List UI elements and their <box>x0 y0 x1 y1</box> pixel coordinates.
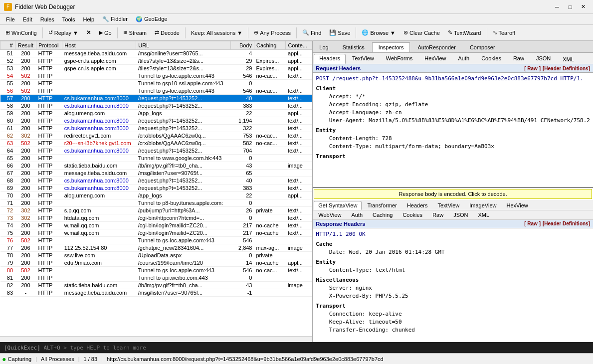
resp-tab-imageview[interactable]: ImageView <box>465 201 501 210</box>
table-row[interactable]: 69 200 HTTP cs.bukamanhua.com:8000 /requ… <box>0 184 312 192</box>
resp-tab-cookies[interactable]: Cookies <box>398 210 427 219</box>
table-row[interactable]: 55 200 HTTP Tunnel to gsp10-ssl.apple.co… <box>0 80 312 87</box>
subtab-hexview[interactable]: HexView <box>419 54 451 64</box>
encode-notice[interactable]: Response body is encoded. Click to decod… <box>314 189 592 199</box>
resp-tab-caching[interactable]: Caching <box>368 210 397 219</box>
table-row[interactable]: 66 200 HTTP static.tieba.baidu.com /tb/i… <box>0 162 312 170</box>
response-raw-link[interactable]: [ Raw ] <box>524 221 541 226</box>
resp-tab-hexview[interactable]: HexView <box>502 201 533 210</box>
tab-autoresponder[interactable]: AutoResponder <box>411 42 462 52</box>
subtab-cookies[interactable]: Cookies <box>476 54 507 64</box>
save-button[interactable]: 💾 Save <box>326 26 354 39</box>
tab-statistics[interactable]: Statistics <box>336 42 371 52</box>
col-header-body[interactable]: Body <box>231 41 254 50</box>
col-header-protocol[interactable]: Protocol <box>36 41 62 50</box>
tearoff-button[interactable]: ⤡ Tearoff <box>489 26 519 39</box>
menu-rules[interactable]: Rules <box>36 15 58 23</box>
table-row[interactable]: 53 200 HTTP gspe-cn.ls.apple.com /tiles?… <box>0 65 312 72</box>
minimize-button[interactable]: ─ <box>551 2 563 11</box>
stream-button[interactable]: ≋ Stream <box>120 26 150 39</box>
menu-file[interactable]: File <box>2 15 19 23</box>
table-row[interactable]: 65 200 HTTP Tunnel to www.google.com.hk:… <box>0 155 312 162</box>
clear-cache-button[interactable]: ⊗ Clear Cache <box>400 26 443 39</box>
subtab-auth[interactable]: Auth <box>453 54 475 64</box>
table-row[interactable]: 59 200 HTTP alog.umeng.com /app_logs 22 … <box>0 110 312 117</box>
response-header-def-link[interactable]: [Header Definitions] <box>543 221 590 226</box>
table-row[interactable]: 67 200 HTTP message.tieba.baidu.com /msg… <box>0 170 312 177</box>
table-row[interactable]: 73 302 HTTP htdata.qq.com /cgi-bin/httpc… <box>0 214 312 222</box>
table-row[interactable]: 57 200 HTTP cs.bukamanhua.com:8000 /requ… <box>0 95 312 102</box>
request-header-def-link[interactable]: [Header Definitions] <box>543 66 590 71</box>
table-row[interactable]: 70 200 HTTP alog.umeng.com /app_logs 22 … <box>0 192 312 199</box>
textwizard-button[interactable]: ✎ TextWizard <box>444 26 484 39</box>
subtab-webforms[interactable]: WebForms <box>381 54 418 64</box>
col-header-host[interactable]: Host <box>62 41 136 50</box>
keep-button[interactable]: Keep: All sessions ▼ <box>188 26 246 39</box>
table-row[interactable]: 51 200 HTTP message.tieba.baidu.com /msg… <box>0 50 312 57</box>
subtab-headers[interactable]: Headers <box>314 54 346 64</box>
cell-caching <box>254 214 285 222</box>
table-row[interactable]: 62 302 HTTP redirector.gvt1.com /crx/blo… <box>0 132 312 140</box>
menu-edit[interactable]: Edit <box>19 15 36 23</box>
table-row[interactable]: 63 502 HTTP r20---sn-i3b7knek.gvt1.com /… <box>0 140 312 147</box>
tab-composer[interactable]: Composer <box>463 42 502 52</box>
table-row[interactable]: 74 200 HTTP w.mail.qq.com /cgi-bin/login… <box>0 222 312 229</box>
table-row[interactable]: 82 200 HTTP static.tieba.baidu.com /tb/i… <box>0 282 312 289</box>
winconfig-button[interactable]: ⊞ WinConfig <box>2 26 40 39</box>
col-header-caching[interactable]: Caching <box>254 41 285 50</box>
subtab-textview[interactable]: TextView <box>347 54 380 64</box>
resp-tab-transformer[interactable]: Transformer <box>363 201 401 210</box>
table-row[interactable]: 75 200 HTTP w.mail.qq.com /cgi-bin/login… <box>0 229 312 237</box>
table-row[interactable]: 72 302 HTTP s.p.qq.com /pub/jump?url=htt… <box>0 207 312 214</box>
request-raw-link[interactable]: [ Raw ] <box>524 66 541 71</box>
horizontal-scrollbar[interactable] <box>0 336 312 342</box>
menu-tools[interactable]: Tools <box>58 15 79 23</box>
resp-tab-getsyntax[interactable]: Get SyntaxView <box>314 201 362 210</box>
table-row[interactable]: 60 200 HTTP cs.bukamanhua.com:8000 /requ… <box>0 117 312 125</box>
resp-tab-textview[interactable]: TextView <box>433 201 464 210</box>
table-row[interactable]: 64 200 HTTP cs.bukamanhua.com:8000 /requ… <box>0 147 312 155</box>
menu-geoedge[interactable]: 🌍 GeoEdge <box>132 15 172 23</box>
table-row[interactable]: 58 200 HTTP cs.bukamanhua.com:8000 /requ… <box>0 102 312 110</box>
decode-button[interactable]: ⇄ Decode <box>151 26 183 39</box>
any-process-button[interactable]: ⊕ Any Process <box>250 26 294 39</box>
table-row[interactable]: 80 502 HTTP Tunnel to gs-loc.apple.com:4… <box>0 267 312 274</box>
col-header-num[interactable]: # <box>0 41 15 50</box>
table-row[interactable]: 77 206 HTTP 112.25.52.154:80 /gchatpic_n… <box>0 244 312 252</box>
remove-button[interactable]: ✕ <box>83 26 94 39</box>
table-row[interactable]: 71 200 HTTP Tunnel to p8-buy.itunes.appl… <box>0 199 312 207</box>
col-header-content[interactable]: Conte... <box>286 41 312 50</box>
col-header-url[interactable]: URL <box>136 41 231 50</box>
subtab-xml[interactable]: XML <box>557 55 580 64</box>
table-row[interactable]: 78 200 HTTP ssw.live.com /UploadData.asp… <box>0 252 312 259</box>
resp-tab-webview[interactable]: WebView <box>314 210 346 219</box>
go-button[interactable]: ▶ Go <box>95 26 115 39</box>
resp-tab-auth[interactable]: Auth <box>347 210 367 219</box>
replay-button[interactable]: ↺ Replay ▼ <box>45 26 82 39</box>
table-row[interactable]: 61 200 HTTP cs.bukamanhua.com:8000 /requ… <box>0 125 312 132</box>
resp-tab-json[interactable]: JSON <box>449 210 472 219</box>
table-row[interactable]: 83 - HTTP message.tieba.baidu.com /msg/l… <box>0 289 312 297</box>
table-row[interactable]: 81 200 HTTP Tunnel to api.weibo.com:443 … <box>0 274 312 282</box>
table-row[interactable]: 68 200 HTTP cs.bukamanhua.com:8000 /requ… <box>0 177 312 184</box>
quick-exec-input[interactable] <box>63 345 589 351</box>
close-button[interactable]: ✕ <box>577 2 589 11</box>
tab-log[interactable]: Log <box>313 42 335 52</box>
menu-fiddler[interactable]: 🔧 Fiddler <box>98 15 132 23</box>
find-button[interactable]: 🔍 Find <box>299 26 325 39</box>
resp-tab-xml[interactable]: XML <box>473 210 494 219</box>
table-row[interactable]: 52 200 HTTP gspe-cn.ls.apple.com /tiles?… <box>0 57 312 65</box>
col-header-result[interactable]: Result <box>15 41 36 50</box>
table-row[interactable]: 56 502 HTTP Tunnel to gs-loc.apple.com:4… <box>0 87 312 95</box>
menu-help[interactable]: Help <box>79 15 99 23</box>
maximize-button[interactable]: □ <box>564 2 576 11</box>
resp-tab-raw[interactable]: Raw <box>428 210 448 219</box>
tab-inspectors[interactable]: Inspectors <box>372 42 410 52</box>
subtab-raw[interactable]: Raw <box>508 54 530 64</box>
table-row[interactable]: 79 200 HTTP edu.9miao.com /course/199/le… <box>0 259 312 267</box>
table-row[interactable]: 76 502 HTTP Tunnel to gs-loc.apple.com:4… <box>0 237 312 244</box>
resp-tab-headers[interactable]: Headers <box>402 201 432 210</box>
subtab-json[interactable]: JSON <box>531 54 556 64</box>
table-row[interactable]: 54 502 HTTP Tunnel to gs-loc.apple.com:4… <box>0 72 312 80</box>
browse-button[interactable]: 🌐 Browse ▼ <box>358 26 399 39</box>
